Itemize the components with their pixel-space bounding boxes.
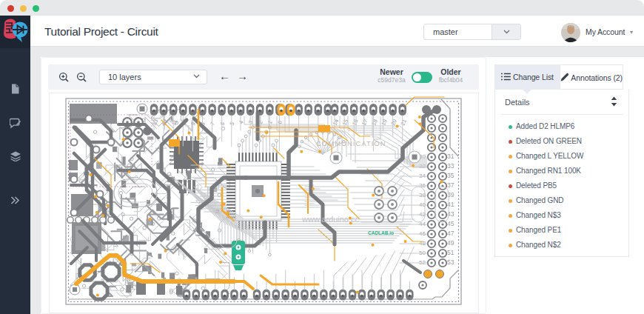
svg-text:www.arduino.cc: www.arduino.cc xyxy=(301,215,360,224)
svg-text:41: 41 xyxy=(447,201,455,208)
svg-text:14: 14 xyxy=(332,118,341,126)
svg-text:5: 5 xyxy=(228,121,235,127)
svg-text:7: 7 xyxy=(209,121,216,127)
svg-text:18: 18 xyxy=(370,118,379,126)
svg-text:17: 17 xyxy=(360,118,369,126)
svg-text:4: 4 xyxy=(238,119,245,125)
svg-text:COMMUNICATION: COMMUNICATION xyxy=(316,139,386,147)
svg-text:53: 53 xyxy=(447,258,455,266)
svg-text:47: 47 xyxy=(447,230,455,237)
svg-text:21: 21 xyxy=(399,118,408,126)
svg-text:12: 12 xyxy=(161,118,170,126)
svg-text:33: 33 xyxy=(447,162,455,170)
svg-text:CADLAB.io: CADLAB.io xyxy=(368,230,394,236)
svg-text:11: 11 xyxy=(170,118,178,127)
svg-text:51: 51 xyxy=(447,249,455,256)
svg-text:16: 16 xyxy=(351,118,360,126)
svg-text:45: 45 xyxy=(447,220,455,227)
svg-text:37: 37 xyxy=(447,181,455,189)
svg-text:49: 49 xyxy=(447,239,455,247)
svg-text:6: 6 xyxy=(218,121,226,127)
svg-text:19: 19 xyxy=(380,118,389,126)
svg-text:35: 35 xyxy=(447,172,455,179)
svg-text:31: 31 xyxy=(447,153,455,160)
svg-text:15: 15 xyxy=(341,118,350,126)
